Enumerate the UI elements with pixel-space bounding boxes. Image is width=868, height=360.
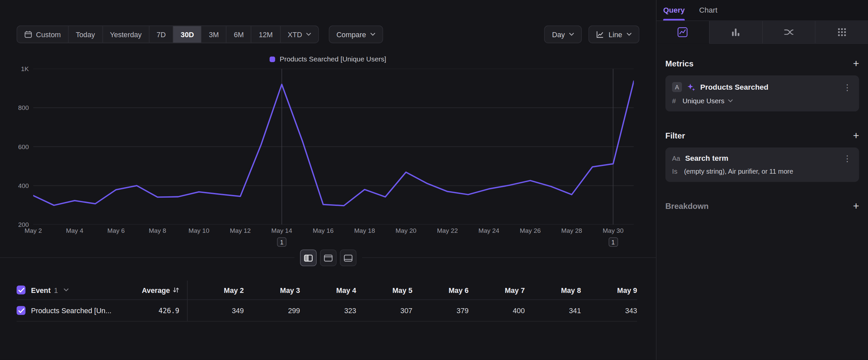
date-column-header[interactable]: May 6 xyxy=(412,281,468,300)
breakdown-title: Breakdown xyxy=(665,201,709,211)
row-value: 400 xyxy=(468,300,525,321)
date-column-header[interactable]: May 2 xyxy=(188,281,244,300)
filter-value[interactable]: (empty string), Air purifier, or 11 more xyxy=(684,167,793,175)
range-label-custom: Custom xyxy=(36,30,61,38)
x-axis-label: May 16 xyxy=(313,227,334,234)
annotation-badge[interactable]: 1 xyxy=(609,238,618,247)
event-header-cell: Event 1 xyxy=(17,281,134,300)
date-column-header[interactable]: May 7 xyxy=(468,281,525,300)
view-toggle-split-button[interactable] xyxy=(300,249,316,266)
y-axis-label: 200 xyxy=(18,221,29,228)
chevron-down-icon xyxy=(728,99,733,103)
tab-query[interactable]: Query xyxy=(663,0,685,21)
x-axis-label: May 14 xyxy=(271,227,292,234)
table-section: Event 1 Average May 2 May 3 May 4 May 5 … xyxy=(0,257,656,322)
range-button-today[interactable]: Today xyxy=(68,26,102,43)
view-toggle-table-button[interactable] xyxy=(340,249,356,266)
chart-type-tab-bar[interactable] xyxy=(709,21,762,43)
range-button-yesterday[interactable]: Yesterday xyxy=(102,26,149,43)
chevron-down-icon[interactable] xyxy=(63,288,68,292)
compare-label: Compare xyxy=(337,30,366,38)
filter-operator[interactable]: Is xyxy=(672,167,677,175)
x-axis-label: May 6 xyxy=(107,227,125,234)
chart-legend[interactable]: Products Searched [Unique Users] xyxy=(0,55,656,63)
compare-button[interactable]: Compare xyxy=(329,26,383,43)
metric-card[interactable]: A Products Searched ⋮ # Unique Users xyxy=(665,75,859,112)
chart-type-tab-metrics-grid[interactable] xyxy=(815,21,868,43)
chart-toolbar: Custom Today Yesterday 7D 30D 3M 6M 12M … xyxy=(17,26,639,43)
metric-aggregation-row: # Unique Users xyxy=(672,97,852,105)
row-name: Products Searched [Un... xyxy=(31,306,112,314)
chevron-down-icon xyxy=(370,33,375,36)
filter-card[interactable]: Aa Search term ⋮ Is (empty string), Air … xyxy=(665,147,859,182)
x-axis-label: May 26 xyxy=(520,227,541,234)
line-chart-tab-icon xyxy=(677,27,688,37)
y-axis-labels: 1K800600400200 xyxy=(0,69,29,224)
aggregation-selector[interactable]: Unique Users xyxy=(683,97,733,105)
chevron-down-icon xyxy=(306,33,311,36)
select-all-checkbox[interactable] xyxy=(17,286,26,295)
filter-condition-row: Is (empty string), Air purifier, or 11 m… xyxy=(672,167,852,175)
table-row[interactable]: Products Searched [Un... 426.9 349 299 3… xyxy=(17,300,637,322)
line-chart-svg[interactable] xyxy=(33,69,634,224)
range-button-30d[interactable]: 30D xyxy=(173,26,201,43)
x-axis-label: May 28 xyxy=(561,227,582,234)
line-chart-icon xyxy=(596,31,604,38)
chevron-down-icon xyxy=(569,33,574,36)
metric-card-row: A Products Searched ⋮ xyxy=(672,82,852,92)
add-breakdown-button[interactable]: + xyxy=(853,201,859,211)
table-header-row: Event 1 Average May 2 May 3 May 4 May 5 … xyxy=(17,281,637,300)
hash-icon: # xyxy=(672,97,676,105)
row-value: 307 xyxy=(356,300,412,321)
average-header-cell[interactable]: Average xyxy=(134,281,188,300)
row-name-cell: Products Searched [Un... xyxy=(17,300,134,321)
row-checkbox[interactable] xyxy=(17,306,26,315)
metrics-title: Metrics xyxy=(665,59,693,68)
sort-icon xyxy=(173,286,179,293)
chart-type-tab-flow[interactable] xyxy=(762,21,815,43)
x-axis-labels: May 2May 4May 6May 8May 10May 12May 14Ma… xyxy=(0,227,656,235)
filter-kebab-menu[interactable]: ⋮ xyxy=(842,154,852,162)
date-column-header[interactable]: May 8 xyxy=(525,281,581,300)
chart-type-button[interactable]: Line xyxy=(589,26,639,43)
bar-chart-tab-icon xyxy=(730,27,741,37)
date-column-header[interactable]: May 3 xyxy=(244,281,300,300)
x-axis-label: May 18 xyxy=(354,227,375,234)
range-button-custom[interactable]: Custom xyxy=(17,26,68,43)
date-column-header[interactable]: May 5 xyxy=(356,281,412,300)
range-button-xtd[interactable]: XTD xyxy=(280,26,318,43)
granularity-button[interactable]: Day xyxy=(545,26,582,43)
row-value: 323 xyxy=(300,300,356,321)
range-button-6m[interactable]: 6M xyxy=(226,26,251,43)
x-axis-label: May 8 xyxy=(149,227,166,234)
granularity-label: Day xyxy=(552,30,565,38)
range-label-xtd: XTD xyxy=(288,30,302,38)
row-value: 349 xyxy=(188,300,244,321)
app-window: Custom Today Yesterday 7D 30D 3M 6M 12M … xyxy=(0,0,868,360)
view-toggle-group xyxy=(294,249,362,266)
range-button-7d[interactable]: 7D xyxy=(149,26,173,43)
metric-name: Products Searched xyxy=(700,83,768,91)
range-button-3m[interactable]: 3M xyxy=(201,26,226,43)
date-column-header[interactable]: May 9 xyxy=(581,281,637,300)
metric-kebab-menu[interactable]: ⋮ xyxy=(842,83,852,91)
x-axis-label: May 4 xyxy=(66,227,83,234)
report-main-panel: Custom Today Yesterday 7D 30D 3M 6M 12M … xyxy=(0,0,656,360)
flow-chart-tab-icon xyxy=(783,27,794,37)
add-filter-button[interactable]: + xyxy=(853,130,859,141)
annotation-badge[interactable]: 1 xyxy=(277,238,286,247)
range-button-12m[interactable]: 12M xyxy=(251,26,280,43)
row-value: 379 xyxy=(412,300,468,321)
chart-type-tab-line[interactable] xyxy=(656,21,709,44)
breakdown-section-header: Breakdown + xyxy=(665,201,859,211)
chevron-down-icon xyxy=(627,33,631,36)
add-metric-button[interactable]: + xyxy=(853,58,859,69)
date-column-header[interactable]: May 4 xyxy=(300,281,356,300)
legend-label: Products Searched [Unique Users] xyxy=(280,55,386,63)
toolbar-right-group: Day Line xyxy=(545,26,640,43)
tab-chart[interactable]: Chart xyxy=(699,0,717,21)
text-property-icon: Aa xyxy=(672,155,680,162)
view-toggle-chart-button[interactable] xyxy=(320,249,336,266)
sparkle-icon xyxy=(687,83,695,91)
sidebar-tab-bar: Query Chart xyxy=(656,0,868,21)
